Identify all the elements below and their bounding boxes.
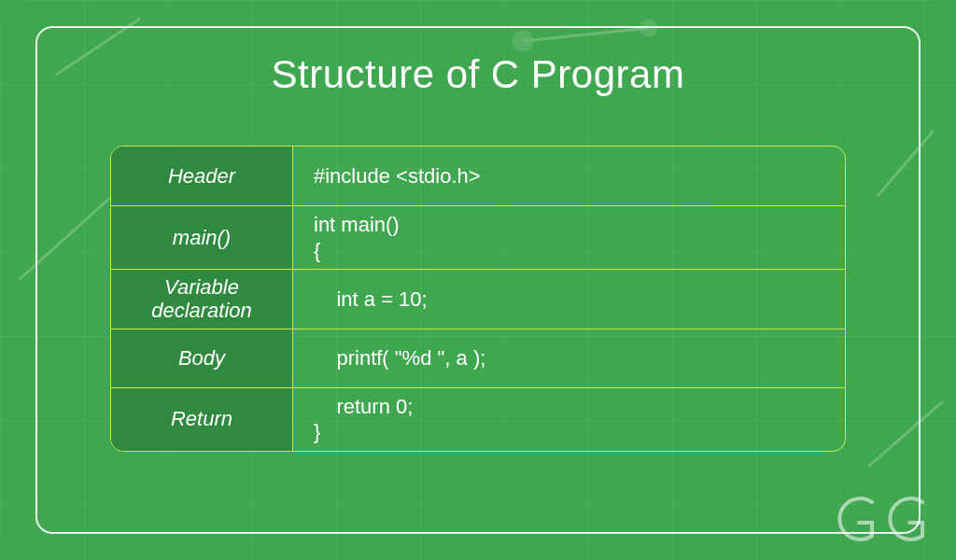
brand-logo — [827, 489, 939, 551]
diagram-card: Structure of C Program Header #include <… — [0, 0, 956, 560]
code-line: printf( "%d ", a ); — [314, 345, 828, 371]
row-code-variable-declaration: int a = 10; — [293, 270, 845, 329]
row-code-header: #include <stdio.h> — [293, 147, 845, 205]
row-label-return: Return — [111, 388, 293, 451]
table-row: Header #include <stdio.h> — [111, 147, 845, 205]
structure-table: Header #include <stdio.h> main() int mai… — [110, 146, 846, 452]
row-code-body: printf( "%d ", a ); — [293, 329, 845, 387]
row-label-body: Body — [111, 329, 293, 387]
code-line: int a = 10; — [314, 287, 828, 313]
code-line: #include <stdio.h> — [314, 163, 828, 189]
table-row: main() int main() { — [111, 205, 845, 269]
code-line: } — [314, 419, 828, 445]
row-code-return: return 0; } — [293, 388, 845, 451]
code-line: { — [314, 238, 828, 264]
table-row: Body printf( "%d ", a ); — [111, 329, 845, 387]
table-row: Variable declaration int a = 10; — [111, 269, 845, 329]
code-line: return 0; — [314, 394, 828, 420]
gg-logo-icon — [827, 489, 939, 551]
row-code-main: int main() { — [293, 206, 845, 269]
row-label-variable-declaration: Variable declaration — [111, 270, 293, 329]
row-label-header: Header — [111, 147, 293, 205]
table-row: Return return 0; } — [111, 387, 845, 451]
row-label-main: main() — [111, 206, 293, 269]
code-line: int main() — [314, 212, 828, 238]
